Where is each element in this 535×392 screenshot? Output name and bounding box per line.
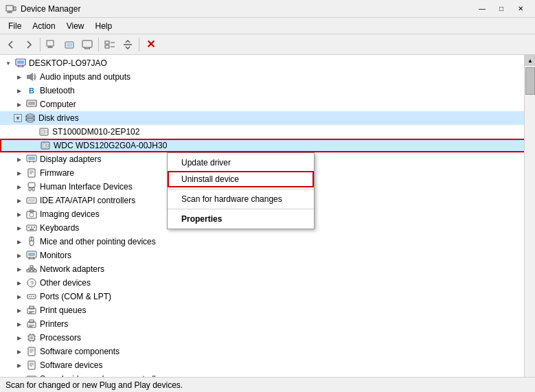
firmware-expander[interactable]: ▶	[14, 168, 25, 178]
toolbar-remove[interactable]: ✕	[142, 36, 159, 53]
scrollbar-thumb[interactable]	[525, 67, 535, 95]
toolbar-collapse[interactable]	[119, 36, 136, 53]
status-bar: Scan for changed or new Plug and Play de…	[0, 377, 535, 392]
ide-label: IDE ATA/ATAPI controllers	[40, 196, 135, 205]
tree-item-other[interactable]: ▶ ? Other devices	[0, 276, 535, 290]
device-tree[interactable]: ▼ DESKTOP-LO97JAO ▶	[0, 55, 535, 377]
ide-expander[interactable]: ▶	[14, 195, 25, 206]
toolbar-forward[interactable]	[21, 36, 37, 53]
tree-item-network[interactable]: ▶ Network adapters	[0, 262, 535, 276]
context-properties[interactable]: Properties	[168, 211, 314, 227]
menu-help[interactable]: Help	[90, 20, 118, 32]
network-icon	[26, 264, 37, 275]
keyboards-label: Keyboards	[40, 223, 79, 233]
app-icon	[5, 3, 16, 14]
svg-rect-45	[28, 183, 35, 187]
tree-item-computer[interactable]: ▶ Computer	[0, 97, 535, 111]
tree-item-disk2[interactable]: WDC WDS120G2G0A-00JH30	[0, 139, 535, 152]
tree-item-audio[interactable]: ▶ Audio inputs and outputs	[0, 70, 535, 84]
processors-expander[interactable]: ▶	[14, 332, 25, 343]
svg-rect-27	[28, 102, 35, 105]
disk1-label: ST1000DM010-2EP102	[52, 127, 139, 137]
firmware-label: Firmware	[40, 168, 74, 178]
keyboards-expander[interactable]: ▶	[14, 222, 25, 233]
context-uninstall-device[interactable]: Uninstall device	[168, 171, 314, 187]
computer-expander[interactable]: ▶	[14, 99, 25, 110]
diskdrives-expander[interactable]: ▼	[14, 114, 22, 122]
toolbar-properties[interactable]	[43, 36, 60, 53]
tree-item-diskdrives[interactable]: ▼ Disk drives	[0, 111, 535, 125]
svg-point-55	[30, 213, 34, 217]
tree-item-printqueues[interactable]: ▶ Print queues	[0, 303, 535, 317]
menu-file[interactable]: File	[3, 20, 27, 32]
main-container: ▼ DESKTOP-LO97JAO ▶	[0, 55, 535, 377]
sound-expander[interactable]: ▶	[14, 373, 25, 377]
menu-view[interactable]: View	[61, 20, 90, 32]
maximize-button[interactable]: □	[492, 2, 510, 16]
svg-point-81	[29, 296, 30, 297]
svg-rect-0	[6, 5, 13, 11]
other-expander[interactable]: ▶	[14, 277, 25, 288]
computer-category-label: Computer	[40, 100, 76, 109]
svg-rect-93	[30, 336, 33, 339]
imaging-icon	[26, 209, 37, 220]
ports-expander[interactable]: ▶	[14, 291, 25, 302]
toolbar-back[interactable]	[3, 36, 19, 53]
printers-expander[interactable]: ▶	[14, 319, 25, 330]
menu-action[interactable]: Action	[27, 20, 60, 32]
tree-item-sound[interactable]: ▶ Sound, video and game controllers	[0, 372, 535, 377]
close-button[interactable]: ✕	[512, 2, 530, 16]
softwaredev-expander[interactable]: ▶	[14, 360, 25, 371]
svg-rect-14	[105, 41, 109, 44]
mice-expander[interactable]: ▶	[14, 236, 25, 247]
tree-item-software[interactable]: ▶ Software components	[0, 345, 535, 358]
printqueues-label: Print queues	[40, 305, 86, 315]
tree-item-printers[interactable]: ▶ Printers	[0, 317, 535, 331]
toolbar-scan[interactable]	[79, 36, 95, 53]
svg-rect-9	[67, 43, 72, 47]
hid-expander[interactable]: ▶	[14, 181, 25, 192]
scrollbar[interactable]: ▲	[524, 55, 535, 377]
svg-point-33	[45, 130, 47, 133]
computer-name: DESKTOP-LO97JAO	[29, 58, 107, 68]
imaging-expander[interactable]: ▶	[14, 209, 25, 220]
context-separator2	[168, 209, 314, 209]
context-update-driver[interactable]: Update driver	[168, 154, 314, 171]
audio-expander[interactable]: ▶	[14, 71, 25, 82]
tree-item-softwaredev[interactable]: ▶ Software devices	[0, 358, 535, 372]
svg-rect-20	[17, 60, 24, 64]
svg-rect-90	[29, 325, 34, 326]
processors-icon	[26, 332, 37, 343]
svg-rect-70	[30, 270, 33, 272]
menu-bar: File Action View Help	[0, 18, 535, 34]
tree-item-mice[interactable]: ▶ Mice and other pointing devices	[0, 235, 535, 249]
toolbar-expand[interactable]	[102, 36, 118, 53]
imaging-label: Imaging devices	[40, 209, 100, 219]
tree-item-monitors[interactable]: ▶ Monitors	[0, 249, 535, 262]
tree-item-bluetooth[interactable]: ▶ B Bluetooth	[0, 84, 535, 97]
bluetooth-expander[interactable]: ▶	[14, 85, 25, 96]
toolbar-update[interactable]	[61, 36, 78, 53]
tree-item-ports[interactable]: ▶ Ports (COM & LPT)	[0, 290, 535, 303]
tree-root[interactable]: ▼ DESKTOP-LO97JAO	[0, 56, 535, 70]
context-scan-hardware[interactable]: Scan for hardware changes	[168, 191, 314, 207]
network-expander[interactable]: ▶	[14, 264, 25, 275]
tree-item-disk1[interactable]: ST1000DM010-2EP102	[0, 125, 535, 139]
mice-icon	[26, 236, 37, 247]
software-expander[interactable]: ▶	[14, 346, 25, 357]
display-expander[interactable]: ▶	[14, 154, 25, 165]
printqueues-expander[interactable]: ▶	[14, 305, 25, 316]
minimize-button[interactable]: —	[473, 2, 491, 16]
mice-label: Mice and other pointing devices	[40, 237, 156, 246]
tree-item-processors[interactable]: ▶ Processors	[0, 331, 535, 345]
svg-rect-32	[41, 130, 45, 134]
diskdrives-icon	[25, 113, 36, 124]
scrollbar-up[interactable]: ▲	[525, 55, 535, 66]
monitors-expander[interactable]: ▶	[14, 250, 25, 261]
svg-rect-10	[82, 41, 92, 47]
svg-rect-24	[27, 75, 30, 79]
svg-rect-2	[7, 12, 12, 13]
svg-rect-60	[34, 227, 35, 228]
root-expander[interactable]: ▼	[3, 58, 14, 69]
svg-rect-65	[28, 253, 35, 256]
